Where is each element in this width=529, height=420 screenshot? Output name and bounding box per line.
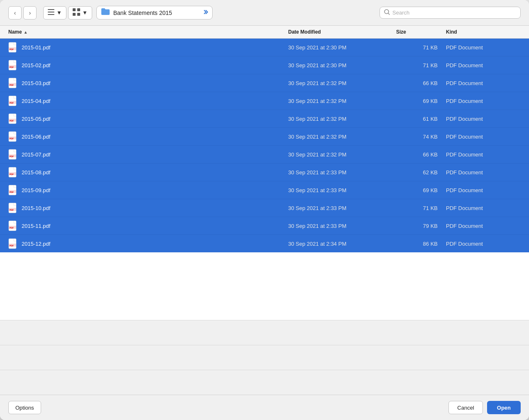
file-kind: PDF Document: [446, 98, 521, 104]
svg-rect-4: [77, 8, 80, 11]
pdf-file-icon: PDF: [8, 60, 17, 71]
table-row[interactable]: PDF 2015-01.pdf 30 Sep 2021 at 2:30 PM 7…: [0, 39, 529, 56]
file-date: 30 Sep 2021 at 2:32 PM: [288, 98, 396, 104]
table-row[interactable]: PDF 2015-12.pdf 30 Sep 2021 at 2:34 PM 8…: [0, 235, 529, 252]
grid-view-button[interactable]: ▼: [68, 6, 92, 20]
file-open-dialog: ‹ › ▼: [0, 0, 529, 420]
table-row[interactable]: PDF 2015-07.pdf 30 Sep 2021 at 2:32 PM 6…: [0, 146, 529, 164]
right-buttons: Cancel Open: [448, 401, 521, 414]
column-header-size[interactable]: Size: [396, 29, 446, 35]
file-kind: PDF Document: [446, 241, 521, 247]
file-date: 30 Sep 2021 at 2:34 PM: [288, 241, 396, 247]
folder-icon: [101, 8, 110, 17]
pdf-file-icon: PDF: [8, 149, 17, 160]
file-date: 30 Sep 2021 at 2:33 PM: [288, 223, 396, 229]
file-name: 2015-12.pdf: [22, 241, 50, 247]
column-headers: Name ▲ Date Modified Size Kind: [0, 26, 529, 39]
file-name-cell: PDF 2015-07.pdf: [8, 149, 288, 160]
file-name-cell: PDF 2015-03.pdf: [8, 78, 288, 88]
table-row[interactable]: PDF 2015-04.pdf 30 Sep 2021 at 2:32 PM 6…: [0, 92, 529, 110]
table-row[interactable]: PDF 2015-08.pdf 30 Sep 2021 at 2:33 PM 6…: [0, 164, 529, 181]
file-size: 79 KB: [396, 223, 446, 229]
file-name-cell: PDF 2015-10.pdf: [8, 203, 288, 213]
pdf-file-icon: PDF: [8, 113, 17, 124]
file-date: 30 Sep 2021 at 2:32 PM: [288, 151, 396, 158]
file-name: 2015-09.pdf: [22, 187, 50, 193]
search-input[interactable]: [392, 10, 516, 16]
file-name-cell: PDF 2015-11.pdf: [8, 220, 288, 231]
svg-rect-5: [73, 13, 76, 16]
pdf-file-icon: PDF: [8, 185, 17, 195]
table-row[interactable]: PDF 2015-02.pdf 30 Sep 2021 at 2:30 PM 7…: [0, 56, 529, 74]
file-size: 74 KB: [396, 134, 446, 140]
grid-view-icon: [73, 8, 80, 17]
file-kind: PDF Document: [446, 80, 521, 86]
location-chevron-icon: [202, 8, 208, 17]
file-name-cell: PDF 2015-02.pdf: [8, 60, 288, 71]
file-name-cell: PDF 2015-05.pdf: [8, 113, 288, 124]
file-name: 2015-07.pdf: [22, 151, 50, 158]
back-button[interactable]: ‹: [8, 6, 22, 20]
file-kind: PDF Document: [446, 151, 521, 158]
svg-rect-44: [9, 244, 16, 247]
view-controls: ▼ ▼: [43, 6, 92, 20]
list-view-button[interactable]: ▼: [43, 6, 66, 20]
svg-rect-38: [9, 208, 16, 211]
file-kind: PDF Document: [446, 205, 521, 211]
svg-rect-29: [9, 154, 16, 157]
svg-rect-11: [9, 47, 16, 50]
file-date: 30 Sep 2021 at 2:30 PM: [288, 44, 396, 51]
sort-asc-icon: ▲: [24, 30, 28, 34]
table-row[interactable]: PDF 2015-10.pdf 30 Sep 2021 at 2:33 PM 7…: [0, 199, 529, 217]
file-size: 62 KB: [396, 169, 446, 176]
file-kind: PDF Document: [446, 223, 521, 229]
svg-rect-0: [48, 9, 54, 10]
file-kind: PDF Document: [446, 134, 521, 140]
pdf-file-icon: PDF: [8, 220, 17, 231]
file-size: 71 KB: [396, 44, 446, 51]
file-size: 69 KB: [396, 187, 446, 193]
location-bar[interactable]: Bank Statements 2015: [96, 6, 213, 20]
column-header-kind[interactable]: Kind: [446, 29, 521, 35]
svg-rect-1: [48, 12, 54, 12]
table-row[interactable]: PDF 2015-05.pdf 30 Sep 2021 at 2:32 PM 6…: [0, 110, 529, 128]
file-size: 69 KB: [396, 98, 446, 104]
panel-spacer-1: [0, 320, 529, 345]
svg-rect-26: [9, 137, 16, 139]
options-button[interactable]: Options: [8, 401, 41, 414]
nav-buttons: ‹ ›: [8, 6, 37, 20]
table-row[interactable]: PDF 2015-11.pdf 30 Sep 2021 at 2:33 PM 7…: [0, 217, 529, 235]
table-row[interactable]: PDF 2015-03.pdf 30 Sep 2021 at 2:32 PM 6…: [0, 74, 529, 92]
list-view-icon: [48, 9, 54, 16]
column-header-name[interactable]: Name ▲: [8, 29, 288, 35]
file-date: 30 Sep 2021 at 2:32 PM: [288, 80, 396, 86]
pdf-file-icon: PDF: [8, 131, 17, 142]
pdf-file-icon: PDF: [8, 203, 17, 213]
panel-spacer-3: [0, 370, 529, 395]
file-kind: PDF Document: [446, 62, 521, 68]
pdf-file-icon: PDF: [8, 42, 17, 53]
file-name: 2015-06.pdf: [22, 134, 50, 140]
file-name-cell: PDF 2015-01.pdf: [8, 42, 288, 53]
column-header-date[interactable]: Date Modified: [288, 29, 396, 35]
search-bar[interactable]: [380, 7, 521, 19]
location-title: Bank Statements 2015: [113, 10, 199, 16]
file-list: PDF 2015-01.pdf 30 Sep 2021 at 2:30 PM 7…: [0, 39, 529, 320]
file-name: 2015-08.pdf: [22, 169, 50, 176]
file-name: 2015-10.pdf: [22, 205, 50, 211]
forward-button[interactable]: ›: [23, 6, 37, 20]
svg-rect-6: [77, 13, 80, 16]
file-date: 30 Sep 2021 at 2:32 PM: [288, 134, 396, 140]
table-row[interactable]: PDF 2015-09.pdf 30 Sep 2021 at 2:33 PM 6…: [0, 181, 529, 199]
file-date: 30 Sep 2021 at 2:32 PM: [288, 116, 396, 122]
table-row[interactable]: PDF 2015-06.pdf 30 Sep 2021 at 2:32 PM 7…: [0, 128, 529, 146]
pdf-file-icon: PDF: [8, 95, 17, 106]
file-name: 2015-01.pdf: [22, 44, 50, 51]
cancel-button[interactable]: Cancel: [448, 401, 482, 414]
back-icon: ‹: [14, 10, 16, 16]
grid-view-dropdown-icon: ▼: [82, 10, 88, 16]
open-button[interactable]: Open: [487, 401, 521, 414]
svg-rect-41: [9, 226, 16, 229]
svg-rect-20: [9, 101, 16, 104]
forward-icon: ›: [29, 10, 31, 16]
